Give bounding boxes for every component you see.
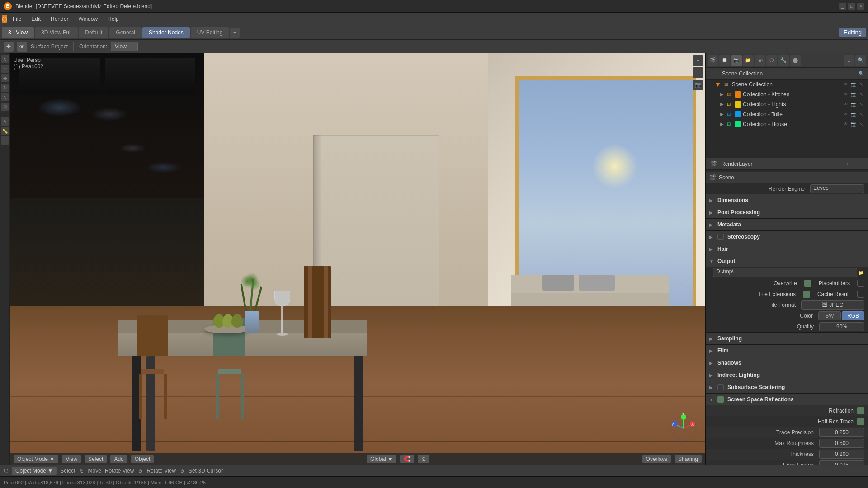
add-menu[interactable]: Add <box>110 455 127 463</box>
lights-render-icon[interactable]: 📷 <box>850 101 857 108</box>
section-subsurface-scattering-header[interactable]: ▶ Subsurface Scattering <box>706 381 868 393</box>
toilet-vis-icon[interactable]: 👁 <box>843 111 849 117</box>
refraction-checkbox[interactable] <box>857 407 864 414</box>
render-vis-icon[interactable]: 📷 <box>850 81 857 88</box>
filter-icon[interactable]: ≡ <box>844 55 854 66</box>
object-mode-status-dropdown[interactable]: Object Mode ▼ <box>12 467 57 475</box>
section-shadows-header[interactable]: ▶ Shadows <box>706 357 868 369</box>
color-rgb-button[interactable]: RGB <box>842 311 864 320</box>
section-metadata-header[interactable]: ▶ Metadata <box>706 219 868 230</box>
outliner-row-collection-lights[interactable]: ▶ ⊡ Collection - Lights 👁 📷 ↖ <box>706 99 868 109</box>
tab-3dviewfull[interactable]: 3D View Full <box>35 27 78 38</box>
output-path-browse-icon[interactable]: 📁 <box>857 269 864 276</box>
lights-select-icon[interactable]: ↖ <box>858 101 864 108</box>
annotate-tool-icon[interactable]: ✎ <box>1 117 9 126</box>
tab-general[interactable]: General <box>109 27 142 38</box>
file-extensions-checkbox[interactable] <box>803 291 810 298</box>
properties-scene-icon[interactable]: 🎬 <box>708 55 718 66</box>
section-stereoscopy-header[interactable]: ▶ Stereoscopy <box>706 231 868 243</box>
outliner-filter-icon[interactable]: ≡ <box>709 68 720 79</box>
orientation-dropdown[interactable]: View <box>111 42 138 51</box>
properties-renderlayer-icon[interactable]: 🔲 <box>719 55 730 66</box>
menu-window[interactable]: Window <box>74 14 102 24</box>
shading-button[interactable]: Shading <box>675 455 702 463</box>
properties-output-icon[interactable]: 📁 <box>743 55 754 66</box>
kitchen-select-icon[interactable]: ↖ <box>858 91 864 98</box>
view-icon[interactable]: 👁 <box>17 42 27 52</box>
minimize-button[interactable]: _ <box>839 3 846 10</box>
quality-field[interactable]: 90% <box>819 322 864 331</box>
file-format-dropdown[interactable]: 🖼 JPEG <box>801 300 864 310</box>
cache-result-checkbox[interactable] <box>857 291 864 298</box>
kitchen-render-icon[interactable]: 📷 <box>850 91 857 98</box>
section-indirect-lighting-header[interactable]: ▶ Indirect Lighting <box>706 369 868 381</box>
toilet-render-icon[interactable]: 📷 <box>850 111 857 117</box>
lights-vis-icon[interactable]: 👁 <box>843 101 849 108</box>
select-restrict-icon[interactable]: ↖ <box>858 81 864 88</box>
outliner-row-collection-house[interactable]: ▶ ⊡ Collection - House 👁 📷 ↖ <box>706 119 868 129</box>
section-output-header[interactable]: ▼ Output <box>706 255 868 267</box>
overwrite-checkbox[interactable] <box>804 280 811 287</box>
proportional-icon[interactable]: ⊙ <box>418 455 429 463</box>
add-render-layer-icon[interactable]: + <box>842 159 853 169</box>
ssr-checkbox[interactable] <box>717 396 724 403</box>
stereoscopy-checkbox[interactable] <box>717 234 724 240</box>
section-post-processing-header[interactable]: ▶ Post Processing <box>706 206 868 218</box>
max-roughness-field[interactable]: 0.500 <box>819 439 864 448</box>
house-render-icon[interactable]: 📷 <box>850 121 857 127</box>
render-layer-icon[interactable]: 🎬 <box>708 159 719 169</box>
properties-material-icon[interactable]: ⬤ <box>790 55 801 66</box>
output-path-field[interactable]: D:\tmp\ <box>713 268 857 277</box>
subsurface-scattering-checkbox[interactable] <box>717 384 724 390</box>
scale-tool-icon[interactable]: ⤡ <box>1 93 9 101</box>
object-menu[interactable]: Object <box>131 455 154 463</box>
view-menu[interactable]: View <box>62 455 81 463</box>
viewport-3d[interactable]: User Persp (1) Pear.002 X Y Z + - 📷 <box>10 53 705 465</box>
render-engine-dropdown[interactable]: Eevee <box>810 184 864 193</box>
transform-icon[interactable]: ✥ <box>4 42 14 52</box>
transform-tool-icon[interactable]: ⊞ <box>1 103 9 111</box>
window-controls[interactable]: _ □ × <box>839 3 864 10</box>
zoom-in-icon[interactable]: + <box>693 55 703 66</box>
section-sampling-header[interactable]: ▶ Sampling <box>706 333 868 344</box>
select-menu[interactable]: Select <box>85 455 107 463</box>
camera-view-icon[interactable]: 📷 <box>693 80 703 90</box>
remove-render-layer-icon[interactable]: − <box>854 159 865 169</box>
snap-icon[interactable]: 🧲 <box>400 455 414 463</box>
measure-tool-icon[interactable]: 📏 <box>1 127 9 135</box>
cursor-tool-icon[interactable]: ✛ <box>1 65 9 73</box>
close-button[interactable]: × <box>857 3 864 10</box>
properties-modifier-icon[interactable]: 🔧 <box>778 55 789 66</box>
menu-render[interactable]: Render <box>46 14 73 24</box>
search-icon[interactable]: 🔍 <box>855 55 866 66</box>
properties-render-icon[interactable]: 📷 <box>731 55 742 66</box>
add-workspace-button[interactable]: + <box>230 28 240 38</box>
house-select-icon[interactable]: ↖ <box>858 121 864 127</box>
properties-object-icon[interactable]: ⬡ <box>766 55 777 66</box>
section-dimensions-header[interactable]: ▶ Dimensions <box>706 194 868 206</box>
tab-shader-nodes[interactable]: Shader Nodes <box>142 27 190 38</box>
overlays-button[interactable]: Overlays <box>642 455 671 463</box>
edge-fading-field[interactable]: 0.075 <box>819 460 864 465</box>
trace-precision-field[interactable]: 0.250 <box>819 428 864 437</box>
kitchen-vis-icon[interactable]: 👁 <box>843 91 849 98</box>
house-vis-icon[interactable]: 👁 <box>843 121 849 127</box>
section-film-header[interactable]: ▶ Film <box>706 345 868 357</box>
tab-3view[interactable]: 3 - View <box>2 27 34 38</box>
select-tool-icon[interactable]: ↖ <box>1 55 9 63</box>
move-tool-icon[interactable]: ✥ <box>1 74 9 82</box>
outliner-row-collection-kitchen[interactable]: ▶ ⊡ Collection - Kitchen 👁 📷 ↖ <box>706 89 868 99</box>
menu-help[interactable]: Help <box>103 14 123 24</box>
zoom-out-icon[interactable]: - <box>693 67 703 78</box>
tab-uv-editing[interactable]: UV Editing <box>191 27 229 38</box>
outliner-search-icon[interactable]: 🔍 <box>858 70 864 77</box>
global-dropdown[interactable]: Global ▼ <box>367 455 396 463</box>
visibility-icon[interactable]: 👁 <box>843 81 849 88</box>
menu-file[interactable]: File <box>8 14 26 24</box>
color-bw-button[interactable]: BW <box>818 311 841 320</box>
half-res-trace-checkbox[interactable] <box>857 418 864 425</box>
menu-edit[interactable]: Edit <box>27 14 45 24</box>
object-mode-dropdown[interactable]: Object Mode ▼ <box>14 455 58 463</box>
toilet-select-icon[interactable]: ↖ <box>858 111 864 117</box>
section-hair-header[interactable]: ▶ Hair <box>706 243 868 255</box>
